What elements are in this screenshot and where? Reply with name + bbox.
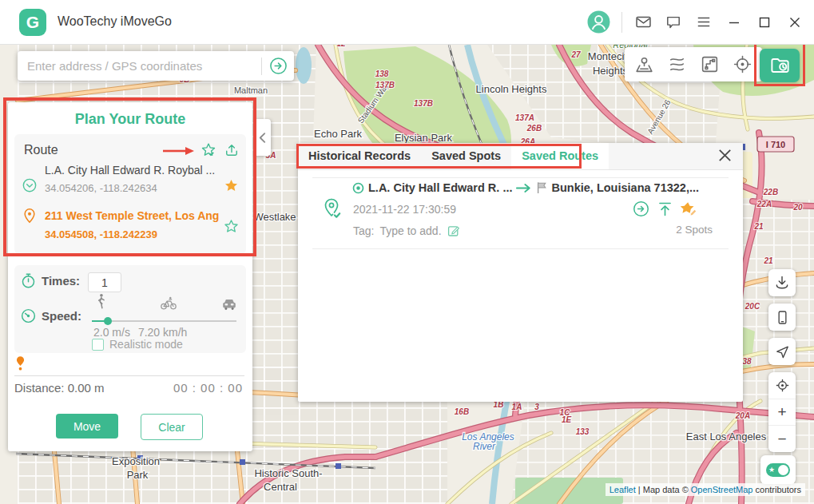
navigation-arrow-icon <box>775 344 790 359</box>
export-to-top-icon[interactable] <box>657 200 673 217</box>
mail-icon[interactable] <box>633 13 653 32</box>
map-label: 21 <box>763 256 773 265</box>
plan-panel-title: Plan Your Route <box>8 102 252 128</box>
map-label: Westlake <box>253 211 296 223</box>
end-point-icon <box>22 208 38 224</box>
favorites-toggle-card: ★ <box>760 455 796 484</box>
tab-saved-spots[interactable]: Saved Spots <box>421 143 511 169</box>
arrow-right-icon <box>516 183 532 193</box>
attribution-suffix: contributors <box>752 485 801 494</box>
map-label: East Los Angeles <box>686 431 767 442</box>
feedback-chat-icon[interactable] <box>664 13 683 32</box>
panel-collapse-button[interactable] <box>254 119 271 156</box>
spots-count: 2 Spots <box>676 224 713 236</box>
elapsed-timer: 00 : 00 : 00 <box>173 381 243 395</box>
tab-historical-records[interactable]: Historical Records <box>298 143 421 169</box>
stop-2-name[interactable]: 211 West Temple Street, Los Ang... <box>45 209 219 222</box>
app-window: I 710 Echo ParkElysian ParkLincoln Heigh… <box>0 0 814 504</box>
route-section: Route L.A. City Hall Edward R. Royba <box>14 134 246 254</box>
saved-route-title-row[interactable]: L.A. City Hall Edward R. ... Bunkie, Lou… <box>352 181 699 194</box>
device-button[interactable] <box>768 304 796 331</box>
realistic-mode-label: Realistic mode <box>109 338 183 351</box>
tab-saved-routes[interactable]: Saved Routes <box>511 143 609 169</box>
map-label: 26B <box>526 124 542 133</box>
stop-2-favorite-icon[interactable] <box>224 219 239 234</box>
car-speed-icon[interactable] <box>220 296 238 313</box>
speed-slider-handle[interactable] <box>104 317 112 325</box>
tag-edit-icon[interactable] <box>447 224 460 237</box>
map-label: 16B <box>455 407 469 416</box>
map-label: 21 <box>753 222 764 231</box>
locate-me-button[interactable] <box>768 372 796 399</box>
realistic-mode-checkbox[interactable] <box>92 339 104 351</box>
map-label: Park <box>127 469 149 481</box>
search-input[interactable] <box>18 59 261 73</box>
menu-icon[interactable] <box>694 13 713 32</box>
favorite-star-edit-icon[interactable] <box>681 200 697 217</box>
clear-button[interactable]: Clear <box>141 414 203 440</box>
map-label: 20 <box>792 203 803 212</box>
attribution-text: | Map data © <box>636 485 691 494</box>
center-target-icon[interactable] <box>732 54 754 76</box>
speed-label: Speed: <box>42 309 81 323</box>
app-title: WooTechy iMoveGo <box>58 14 172 29</box>
records-close-button[interactable] <box>718 149 733 163</box>
map-label: Lincoln Heights <box>476 83 547 95</box>
tag-placeholder[interactable]: Type to add. <box>379 224 441 237</box>
osm-link[interactable]: OpenStreetMap <box>691 485 753 494</box>
user-avatar-icon[interactable] <box>587 10 610 34</box>
navigate-button[interactable] <box>768 338 796 365</box>
route-datetime: 2021-11-22 17:30:59 <box>353 203 456 216</box>
apply-route-icon[interactable] <box>633 200 649 217</box>
save-route-star-icon[interactable] <box>201 142 216 158</box>
map-label: Exposition <box>112 455 160 467</box>
leaflet-link[interactable]: Leaflet <box>610 485 636 494</box>
move-button[interactable]: Move <box>56 414 118 439</box>
map-label: Heights <box>593 65 629 77</box>
bike-speed-icon[interactable] <box>160 294 177 312</box>
speed-slider[interactable] <box>92 320 236 322</box>
map-label: 27 <box>570 50 581 59</box>
zoom-out-button[interactable]: − <box>768 426 796 452</box>
map-label: 1A <box>512 403 522 411</box>
walk-speed-icon[interactable] <box>92 292 109 310</box>
zoom-control-group: + − <box>768 372 796 452</box>
title-bar: G WooTechy iMoveGo <box>0 0 814 45</box>
map-label: 137A <box>515 113 534 122</box>
locate-icon <box>775 378 790 393</box>
phone-icon <box>775 310 790 325</box>
records-tab-bar: Historical Records Saved Spots Saved Rou… <box>298 143 743 170</box>
entry-divider-top <box>312 177 729 178</box>
highway-shield-710: I 710 <box>757 137 794 152</box>
map-label: Historic South- <box>254 467 322 479</box>
toggle-knob <box>778 465 788 475</box>
route-to-text: Bunkie, Louisiana 71322,... <box>551 181 699 194</box>
map-label: 137B <box>414 99 433 108</box>
close-button[interactable] <box>785 13 804 32</box>
times-label: Times: <box>42 274 80 288</box>
map-label: River <box>473 441 496 452</box>
times-input[interactable] <box>88 272 121 292</box>
export-route-icon[interactable] <box>224 142 240 158</box>
map-label: 1E <box>562 415 572 424</box>
stop-1-favorite-icon[interactable] <box>224 178 239 193</box>
download-icon <box>774 275 790 291</box>
map-label: 3 <box>534 403 539 411</box>
search-go-icon[interactable] <box>262 57 294 75</box>
maximize-button[interactable] <box>755 13 774 32</box>
two-spot-route-icon[interactable] <box>666 54 689 76</box>
show-favorites-toggle[interactable]: ★ <box>766 463 790 477</box>
start-point-icon <box>22 177 38 193</box>
teleport-mode-icon[interactable] <box>633 54 656 76</box>
stop-1-name[interactable]: L.A. City Hall Edward R. Roybal ... <box>45 164 219 177</box>
movement-settings-section: Times: Speed: 2.0 m/s 7.20 km/h <box>14 265 246 353</box>
minimize-button[interactable] <box>725 13 744 32</box>
history-records-button[interactable] <box>760 49 800 82</box>
map-label: Echo Park <box>314 128 362 140</box>
map-label: 138 <box>375 69 389 78</box>
zoom-in-button[interactable]: + <box>768 399 796 427</box>
saved-route-pin-icon <box>322 197 343 220</box>
multi-spot-route-icon[interactable] <box>699 54 721 76</box>
import-gpx-button[interactable] <box>768 269 796 296</box>
route-from-text: L.A. City Hall Edward R. ... <box>368 181 512 194</box>
